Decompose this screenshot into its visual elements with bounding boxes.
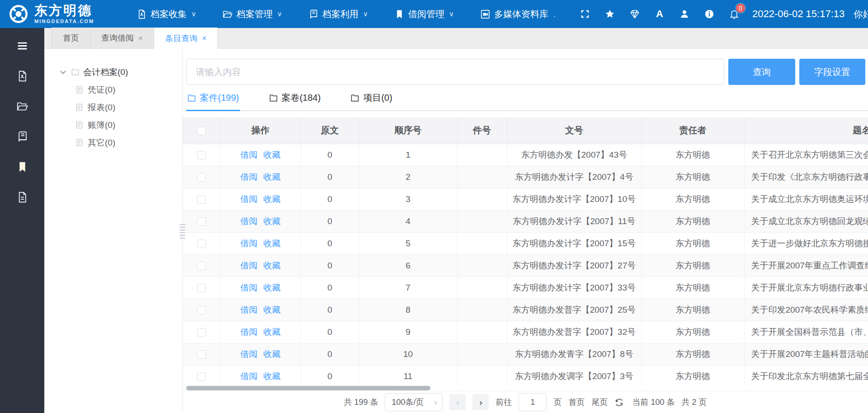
row-checkbox[interactable] xyxy=(197,306,206,314)
favorite-link[interactable]: 收藏 xyxy=(264,326,281,338)
cell-title: 关于开展2007年重点工作调查组工 xyxy=(744,254,868,277)
favorite-link[interactable]: 收藏 xyxy=(264,304,281,316)
cell-doc-no: 东方明德办发普字【2007】32号 xyxy=(507,321,642,343)
result-subtab[interactable]: 案卷(184) xyxy=(268,91,322,111)
favorite-link[interactable]: 收藏 xyxy=(264,348,281,360)
col-item-no: 件号 xyxy=(457,117,507,144)
star-icon[interactable] xyxy=(604,9,615,19)
cell-sequence: 2 xyxy=(359,166,457,188)
menu-archive-collect[interactable]: 档案收集 ∨ xyxy=(137,8,196,20)
folder-open-icon[interactable] xyxy=(15,99,29,113)
search-input[interactable] xyxy=(186,59,724,85)
borrow-link[interactable]: 借阅 xyxy=(241,216,258,227)
refresh-icon[interactable] xyxy=(614,397,625,408)
current-count-text: 当前 100 条 xyxy=(632,397,675,408)
borrow-link[interactable]: 借阅 xyxy=(241,304,258,316)
row-checkbox[interactable] xyxy=(197,372,206,381)
borrow-link[interactable]: 借阅 xyxy=(241,193,258,205)
bookmark-icon[interactable] xyxy=(15,160,29,174)
table-row: 借阅 收藏 0 3 东方明德办发计字【2007】10号 东方明德 关于成立北京东… xyxy=(183,188,868,210)
tab-label: 条目查询 xyxy=(165,33,198,44)
cell-title: 关于召开北京东方明德第三次会议 xyxy=(744,144,868,166)
favorite-link[interactable]: 收藏 xyxy=(264,149,281,161)
borrow-link[interactable]: 借阅 xyxy=(241,371,258,382)
favorite-link[interactable]: 收藏 xyxy=(264,371,281,382)
row-checkbox[interactable] xyxy=(197,328,206,337)
col-doc-no: 文号 xyxy=(507,117,642,144)
table-row: 借阅 收藏 0 8 东方明德办发普字【2007】25号 东方明德 关于印发200… xyxy=(183,299,868,321)
bell-icon[interactable]: 0 xyxy=(729,9,740,19)
query-button[interactable]: 查询 xyxy=(728,59,795,85)
borrow-link[interactable]: 借阅 xyxy=(241,171,258,183)
nav-tab[interactable]: 条目查询 × xyxy=(154,28,218,49)
cell-original: 0 xyxy=(301,343,359,365)
result-subtab[interactable]: 项目(0) xyxy=(349,91,393,111)
result-subtab[interactable]: 案件(199) xyxy=(186,91,240,111)
favorite-link[interactable]: 收藏 xyxy=(264,238,281,249)
last-page-link[interactable]: 尾页 xyxy=(591,397,608,408)
cell-sequence: 4 xyxy=(359,210,457,232)
tree-node-accounting-archive[interactable]: 会计档案(0) xyxy=(44,63,182,81)
nav-tab[interactable]: 查询借阅 × xyxy=(90,28,154,48)
row-checkbox[interactable] xyxy=(197,262,206,270)
cell-sequence: 10 xyxy=(359,343,457,365)
menu-media-library[interactable]: 多媒体资料库 、 xyxy=(480,8,560,20)
document-icon xyxy=(75,121,84,129)
goto-label: 前往 xyxy=(495,397,512,408)
tree-leaf-item[interactable]: 账簿(0) xyxy=(44,116,182,134)
font-icon[interactable]: A xyxy=(654,9,665,19)
tree-leaf-item[interactable]: 凭证(0) xyxy=(44,81,182,99)
file-pdf-icon[interactable] xyxy=(15,69,29,83)
row-checkbox[interactable] xyxy=(197,173,206,182)
row-checkbox[interactable] xyxy=(197,239,206,248)
select-all-checkbox[interactable] xyxy=(197,127,206,135)
borrow-link[interactable]: 借阅 xyxy=(241,348,258,360)
nav-tab[interactable]: 首页 xyxy=(52,28,90,48)
row-checkbox[interactable] xyxy=(197,151,206,160)
menu-archive-manage[interactable]: 档案管理 ∨ xyxy=(222,8,282,20)
cell-original: 0 xyxy=(301,210,359,232)
user-icon[interactable] xyxy=(679,9,690,19)
fullscreen-icon[interactable] xyxy=(580,9,590,19)
cell-sequence: 8 xyxy=(359,299,457,321)
tree-leaf-item[interactable]: 其它(0) xyxy=(44,134,182,151)
prev-page-button[interactable]: ‹ xyxy=(449,394,466,410)
borrow-link[interactable]: 借阅 xyxy=(241,326,258,338)
favorite-link[interactable]: 收藏 xyxy=(264,216,281,227)
file-icon[interactable] xyxy=(15,190,29,204)
cell-doc-no: 东方明德办发计字【2007】10号 xyxy=(507,188,642,210)
row-checkbox[interactable] xyxy=(197,284,206,292)
first-page-link[interactable]: 首页 xyxy=(568,397,585,408)
borrow-link[interactable]: 借阅 xyxy=(241,282,258,294)
field-settings-button[interactable]: 字段设置 xyxy=(799,59,865,85)
info-icon[interactable] xyxy=(704,9,715,19)
chevron-down-icon: ∨ xyxy=(449,10,454,18)
borrow-link[interactable]: 借阅 xyxy=(241,260,258,272)
borrow-link[interactable]: 借阅 xyxy=(241,149,258,161)
chevron-down-icon: ∨ xyxy=(277,10,282,18)
borrow-link[interactable]: 借阅 xyxy=(241,238,258,249)
menu-icon[interactable] xyxy=(15,39,29,52)
panel-resize-grip[interactable] xyxy=(179,224,185,239)
close-icon[interactable]: × xyxy=(202,34,207,42)
page-size-select[interactable]: 100条/页 ∨ xyxy=(385,393,443,411)
tree-leaf-item[interactable]: 报表(0) xyxy=(44,99,182,116)
table-header-row: 操作 原文 顺序号 件号 文号 责任者 题名 xyxy=(183,117,868,144)
menu-borrow-manage[interactable]: 借阅管理 ∨ xyxy=(394,8,454,20)
next-page-button[interactable]: › xyxy=(472,394,489,410)
favorite-link[interactable]: 收藏 xyxy=(264,171,281,183)
cell-item-no xyxy=(457,210,507,232)
gem-icon[interactable] xyxy=(629,9,640,19)
row-checkbox[interactable] xyxy=(197,350,206,359)
favorite-link[interactable]: 收藏 xyxy=(264,193,281,205)
media-file-icon xyxy=(480,9,491,19)
goto-page-input[interactable] xyxy=(519,393,547,411)
row-checkbox[interactable] xyxy=(197,195,206,204)
book-icon[interactable] xyxy=(15,130,29,143)
row-checkbox[interactable] xyxy=(197,217,206,226)
favorite-link[interactable]: 收藏 xyxy=(264,260,281,272)
menu-archive-use[interactable]: 档案利用 ∨ xyxy=(308,8,368,20)
close-icon[interactable]: × xyxy=(138,34,143,42)
favorite-link[interactable]: 收藏 xyxy=(264,282,281,294)
scrollbar-thumb[interactable] xyxy=(186,386,430,390)
